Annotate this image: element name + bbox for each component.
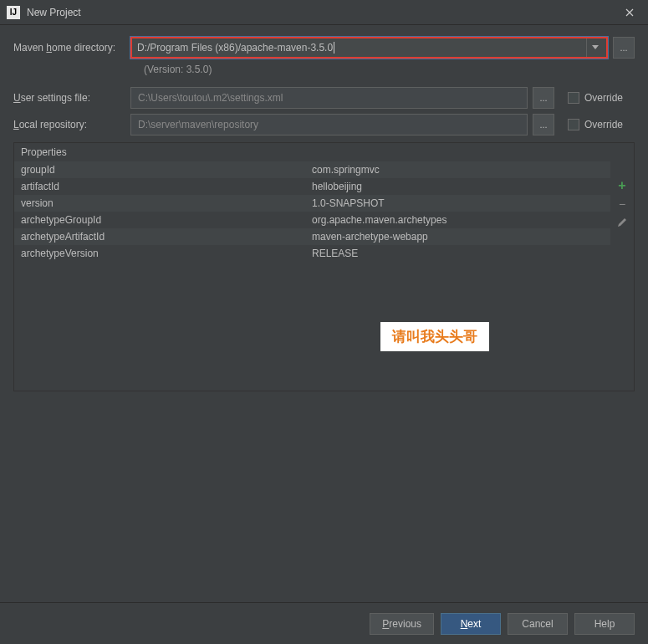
user-settings-label: User settings file: bbox=[13, 92, 130, 104]
maven-version-text: (Version: 3.5.0) bbox=[144, 64, 212, 75]
property-value: org.apache.maven.archetypes bbox=[312, 214, 610, 226]
help-button[interactable]: Help bbox=[574, 613, 635, 635]
properties-body: groupIdcom.springmvcartifactIdhellobeiji… bbox=[14, 161, 634, 262]
user-settings-field[interactable]: C:\Users\toutou\.m2\settings.xml bbox=[130, 87, 528, 109]
app-icon: IJ bbox=[7, 6, 20, 19]
close-button[interactable] bbox=[618, 1, 641, 24]
table-row[interactable]: archetypeArtifactIdmaven-archetype-webap… bbox=[14, 228, 610, 245]
table-row[interactable]: version1.0-SNAPSHOT bbox=[14, 195, 610, 212]
user-settings-override-checkbox[interactable] bbox=[568, 92, 579, 104]
watermark: 请叫我头头哥 bbox=[380, 322, 489, 351]
property-value: hellobeijing bbox=[312, 181, 610, 192]
user-settings-override-wrap: Override bbox=[568, 92, 635, 104]
properties-table[interactable]: groupIdcom.springmvcartifactIdhellobeiji… bbox=[14, 161, 610, 262]
local-repo-browse-button[interactable]: ... bbox=[533, 114, 554, 135]
properties-side-actions: + − bbox=[614, 178, 630, 230]
properties-panel: Properties groupIdcom.springmvcartifactI… bbox=[13, 142, 635, 391]
pencil-icon bbox=[617, 217, 627, 227]
table-row[interactable]: groupIdcom.springmvc bbox=[14, 161, 610, 178]
local-repo-label: Local repository: bbox=[13, 119, 130, 130]
property-key: version bbox=[14, 197, 312, 209]
property-key: archetypeGroupId bbox=[14, 214, 312, 226]
cancel-button[interactable]: Cancel bbox=[508, 613, 568, 635]
user-settings-browse-button[interactable]: ... bbox=[533, 87, 554, 109]
maven-home-value: D:/Program Files (x86)/apache-maven-3.5.… bbox=[137, 42, 334, 54]
maven-home-browse-button[interactable]: ... bbox=[613, 37, 635, 59]
property-value: RELEASE bbox=[312, 248, 610, 259]
dialog-content: Maven home directory: D:/Program Files (… bbox=[0, 25, 648, 400]
override-label: Override bbox=[584, 119, 623, 130]
close-icon bbox=[625, 8, 634, 17]
property-key: groupId bbox=[14, 164, 312, 176]
titlebar: IJ New Project bbox=[0, 0, 648, 25]
property-value: com.springmvc bbox=[312, 164, 610, 176]
chevron-down-icon[interactable] bbox=[586, 38, 603, 57]
window-title: New Project bbox=[27, 7, 618, 18]
maven-home-combo[interactable]: D:/Program Files (x86)/apache-maven-3.5.… bbox=[130, 37, 608, 59]
local-repo-row: Local repository: D:\server\maven\reposi… bbox=[13, 114, 635, 135]
table-row[interactable]: artifactIdhellobeijing bbox=[14, 178, 610, 195]
override-label: Override bbox=[584, 92, 623, 104]
dialog-footer: Previous Next Cancel Help bbox=[0, 602, 648, 644]
next-button[interactable]: Next bbox=[441, 613, 501, 635]
table-row[interactable]: archetypeGroupIdorg.apache.maven.archety… bbox=[14, 212, 610, 228]
remove-property-button[interactable]: − bbox=[615, 197, 630, 212]
property-value: 1.0-SNAPSHOT bbox=[312, 197, 610, 209]
maven-version-row: (Version: 3.5.0) bbox=[13, 64, 635, 75]
local-repo-override-checkbox[interactable] bbox=[568, 119, 579, 130]
previous-button[interactable]: Previous bbox=[370, 613, 434, 635]
property-key: archetypeArtifactId bbox=[14, 231, 312, 243]
property-value: maven-archetype-webapp bbox=[312, 231, 610, 243]
property-key: artifactId bbox=[14, 181, 312, 192]
edit-property-button[interactable] bbox=[615, 215, 630, 230]
table-row[interactable]: archetypeVersionRELEASE bbox=[14, 245, 610, 262]
add-property-button[interactable]: + bbox=[615, 178, 630, 193]
maven-home-row: Maven home directory: D:/Program Files (… bbox=[13, 37, 635, 59]
property-key: archetypeVersion bbox=[14, 248, 312, 259]
local-repo-override-wrap: Override bbox=[568, 119, 635, 130]
user-settings-row: User settings file: C:\Users\toutou\.m2\… bbox=[13, 87, 635, 109]
properties-header: Properties bbox=[14, 143, 634, 161]
maven-home-label: Maven home directory: bbox=[13, 42, 130, 54]
local-repo-field[interactable]: D:\server\maven\repository bbox=[130, 114, 528, 135]
